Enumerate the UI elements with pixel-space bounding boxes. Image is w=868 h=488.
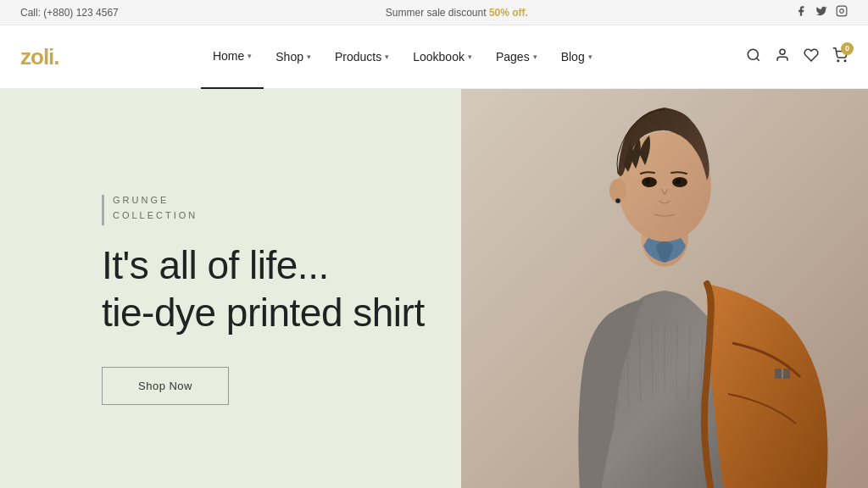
main-nav: Home ▾ Shop ▾ Products ▾ Lookbook ▾ Page… <box>201 25 604 89</box>
svg-point-4 <box>780 49 785 54</box>
nav-item-products[interactable]: Products ▾ <box>323 25 401 89</box>
user-icon[interactable] <box>775 47 790 67</box>
wishlist-icon[interactable] <box>804 47 819 67</box>
instagram-icon[interactable] <box>836 5 848 19</box>
search-icon[interactable] <box>746 47 761 67</box>
top-bar: Call: (+880) 123 4567 Summer sale discou… <box>0 0 868 25</box>
hero-tag-text: GRUNGE COLLECTION <box>113 193 198 223</box>
svg-point-26 <box>615 198 620 203</box>
svg-rect-0 <box>837 6 847 16</box>
chevron-down-icon: ▾ <box>588 53 593 61</box>
twitter-icon[interactable] <box>815 5 827 19</box>
hero-tag: GRUNGE COLLECTION <box>102 193 425 225</box>
header-icons: 0 <box>746 47 848 67</box>
hero-headline: It's all of life... tie-dye printed shir… <box>102 242 425 336</box>
sale-info: Summer sale discount 50% off. <box>386 7 528 19</box>
svg-point-24 <box>676 179 681 184</box>
hero-image <box>461 89 868 488</box>
chevron-down-icon: ▾ <box>385 53 389 61</box>
shop-now-button[interactable]: Shop Now <box>102 367 229 405</box>
svg-point-5 <box>837 60 839 62</box>
chevron-down-icon: ▾ <box>468 53 472 61</box>
site-header: zoli. Home ▾ Shop ▾ Products ▾ Lookbook … <box>0 25 868 89</box>
nav-item-blog[interactable]: Blog ▾ <box>549 25 604 89</box>
sale-discount: 50% off. <box>489 7 528 19</box>
hero-tag-border <box>102 195 104 225</box>
svg-point-2 <box>748 49 758 59</box>
cart-count-badge: 0 <box>841 42 854 55</box>
nav-item-shop[interactable]: Shop ▾ <box>264 25 323 89</box>
svg-point-23 <box>645 179 650 184</box>
nav-item-pages[interactable]: Pages ▾ <box>484 25 549 89</box>
nav-item-home[interactable]: Home ▾ <box>201 25 264 89</box>
chevron-down-icon: ▾ <box>533 53 537 61</box>
facebook-icon[interactable] <box>795 5 807 19</box>
cart-icon[interactable]: 0 <box>832 47 848 67</box>
phone-info: Call: (+880) 123 4567 <box>20 7 119 19</box>
social-links <box>795 5 848 19</box>
hero-section: GRUNGE COLLECTION It's all of life... ti… <box>0 89 868 488</box>
svg-point-6 <box>844 60 846 62</box>
chevron-down-icon: ▾ <box>248 52 252 60</box>
chevron-down-icon: ▾ <box>307 53 311 61</box>
site-logo[interactable]: zoli. <box>20 44 59 70</box>
svg-line-3 <box>756 58 759 60</box>
hero-content: GRUNGE COLLECTION It's all of life... ti… <box>0 176 425 404</box>
nav-item-lookbook[interactable]: Lookbook ▾ <box>401 25 484 89</box>
